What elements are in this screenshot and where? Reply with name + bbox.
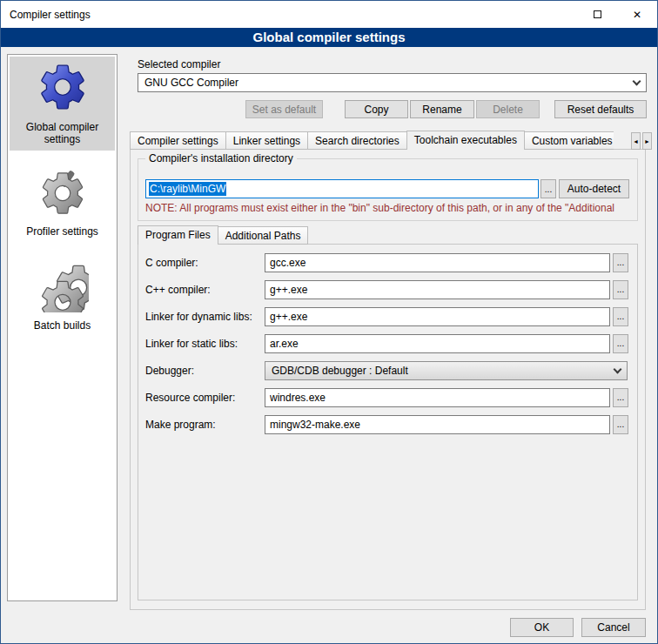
tab-scroll-right-button[interactable]: ► bbox=[642, 132, 652, 150]
compiler-tabs: Compiler settings Linker settings Search… bbox=[130, 131, 652, 150]
maximize-button[interactable] bbox=[577, 1, 617, 28]
install-note: NOTE: All programs must exist either in … bbox=[145, 202, 638, 214]
program-files-tabs: Program Files Additional Paths bbox=[138, 225, 638, 245]
profiler-gear-icon bbox=[37, 168, 88, 221]
close-button[interactable]: ✕ bbox=[617, 1, 657, 28]
cpp-compiler-input[interactable] bbox=[265, 280, 610, 299]
compiler-settings-dialog: Compiler settings ✕ Global compiler sett… bbox=[0, 0, 658, 644]
dynamic-linker-input[interactable] bbox=[265, 307, 610, 326]
cpp-compiler-browse-button[interactable]: ... bbox=[613, 280, 628, 299]
tab-scroll-arrows: ◄ ► bbox=[631, 132, 652, 150]
set-as-default-button: Set as default bbox=[245, 100, 323, 118]
install-dir-selected-text: C:\raylib\MinGW bbox=[149, 182, 226, 196]
rename-button[interactable]: Rename bbox=[410, 100, 474, 118]
installation-directory-group-title: Compiler's installation directory bbox=[145, 152, 297, 164]
resource-compiler-label: Resource compiler: bbox=[145, 388, 235, 407]
make-program-browse-button[interactable]: ... bbox=[613, 415, 628, 434]
batch-gears-icon bbox=[37, 260, 89, 315]
debugger-label: Debugger: bbox=[145, 361, 194, 380]
sidebar-item-batch-builds[interactable]: Batch builds bbox=[10, 257, 115, 337]
dynamic-linker-browse-button[interactable]: ... bbox=[613, 307, 628, 326]
resource-compiler-browse-button[interactable]: ... bbox=[613, 388, 628, 407]
make-program-input[interactable] bbox=[265, 415, 610, 434]
tab-scroll-left-button[interactable]: ◄ bbox=[631, 132, 641, 150]
ok-button[interactable]: OK bbox=[510, 618, 574, 637]
c-compiler-input[interactable] bbox=[265, 253, 610, 272]
sidebar-item-label: Global compiler settings bbox=[15, 121, 111, 145]
chevron-down-icon bbox=[633, 77, 641, 85]
tab-custom-variables[interactable]: Custom variables bbox=[524, 131, 614, 150]
static-linker-input[interactable] bbox=[265, 334, 610, 353]
static-linker-browse-button[interactable]: ... bbox=[613, 334, 628, 353]
resource-compiler-row: Resource compiler: ... bbox=[145, 388, 629, 407]
auto-detect-button[interactable]: Auto-detect bbox=[559, 179, 629, 198]
tab-toolchain-executables[interactable]: Toolchain executables bbox=[406, 131, 525, 150]
chevron-down-icon bbox=[614, 365, 622, 373]
selected-compiler-value: GNU GCC Compiler bbox=[144, 77, 238, 89]
tab-additional-paths[interactable]: Additional Paths bbox=[218, 226, 309, 245]
blue-gear-icon bbox=[36, 60, 90, 117]
sidebar-item-profiler-settings[interactable]: Profiler settings bbox=[10, 164, 115, 243]
maximize-icon bbox=[594, 10, 601, 18]
dynamic-linker-row: Linker for dynamic libs: ... bbox=[145, 307, 629, 326]
install-dir-input[interactable]: C:\raylib\MinGW bbox=[145, 179, 539, 198]
tab-scroller: Compiler settings Linker settings Search… bbox=[130, 130, 614, 150]
sidebar-item-label: Batch builds bbox=[34, 319, 91, 332]
static-linker-label: Linker for static libs: bbox=[145, 334, 238, 353]
install-dir-browse-button[interactable]: ... bbox=[540, 179, 556, 198]
tab-compiler-settings[interactable]: Compiler settings bbox=[130, 131, 226, 150]
dialog-body: Global compiler settings Profiler settin… bbox=[1, 47, 657, 643]
reset-defaults-button[interactable]: Reset defaults bbox=[554, 100, 647, 118]
close-icon: ✕ bbox=[633, 9, 641, 21]
debugger-combobox[interactable]: GDB/CDB debugger : Default bbox=[265, 361, 628, 380]
selected-compiler-combobox[interactable]: GNU GCC Compiler bbox=[138, 73, 647, 92]
debugger-row: Debugger: GDB/CDB debugger : Default bbox=[145, 361, 629, 380]
inner-tab-scroller: Program Files Additional Paths bbox=[138, 225, 638, 245]
copy-button[interactable]: Copy bbox=[345, 100, 408, 118]
c-compiler-row: C compiler: ... bbox=[145, 253, 629, 272]
delete-button: Delete bbox=[476, 100, 540, 118]
cancel-button[interactable]: Cancel bbox=[581, 618, 646, 637]
debugger-value: GDB/CDB debugger : Default bbox=[272, 365, 408, 377]
resource-compiler-input[interactable] bbox=[265, 388, 610, 407]
cpp-compiler-label: C++ compiler: bbox=[145, 280, 211, 299]
dialog-header: Global compiler settings bbox=[1, 28, 657, 47]
sidebar-item-label: Profiler settings bbox=[26, 225, 98, 238]
c-compiler-browse-button[interactable]: ... bbox=[613, 253, 628, 272]
make-program-label: Make program: bbox=[145, 415, 216, 434]
title-bar: Compiler settings ✕ bbox=[1, 1, 657, 28]
cpp-compiler-row: C++ compiler: ... bbox=[145, 280, 629, 299]
window-title: Compiler settings bbox=[1, 9, 577, 21]
static-linker-row: Linker for static libs: ... bbox=[145, 334, 629, 353]
tab-program-files[interactable]: Program Files bbox=[138, 225, 218, 245]
tab-search-directories[interactable]: Search directories bbox=[307, 131, 407, 150]
make-program-row: Make program: ... bbox=[145, 415, 629, 434]
dynamic-linker-label: Linker for dynamic libs: bbox=[145, 307, 252, 326]
tab-linker-settings[interactable]: Linker settings bbox=[225, 131, 308, 150]
c-compiler-label: C compiler: bbox=[145, 253, 198, 272]
sidebar-item-global-compiler-settings[interactable]: Global compiler settings bbox=[10, 57, 115, 151]
selected-compiler-label: Selected compiler bbox=[138, 58, 220, 70]
settings-sidebar: Global compiler settings Profiler settin… bbox=[7, 54, 118, 601]
